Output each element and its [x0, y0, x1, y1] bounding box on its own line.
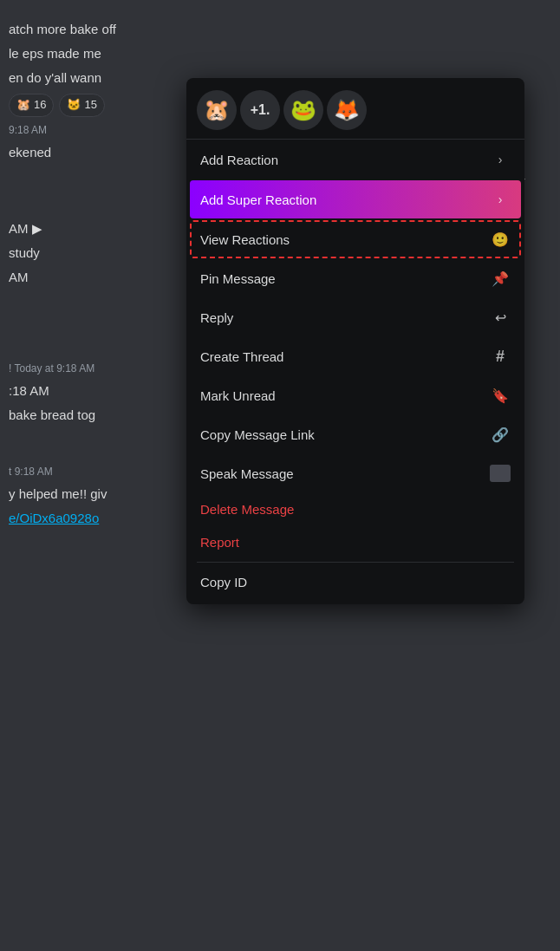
reply-item[interactable]: Reply ↩: [190, 298, 521, 336]
menu-divider: [197, 562, 514, 563]
speak-toggle[interactable]: [490, 465, 511, 482]
chevron-right-icon: ›: [490, 149, 511, 170]
reaction-count: 16: [34, 96, 46, 114]
chat-line: atch more bake off: [9, 17, 560, 42]
create-thread-label: Create Thread: [200, 349, 490, 364]
mark-unread-label: Mark Unread: [200, 388, 490, 403]
emoji-reaction-row: 🐹 +1. 🐸 🦊: [186, 83, 524, 140]
chat-line: le eps made me: [9, 42, 560, 66]
speak-toggle-icon[interactable]: [490, 463, 511, 484]
delete-message-label: Delete Message: [200, 502, 511, 517]
pin-icon: 📌: [490, 268, 511, 289]
add-super-reaction-label: Add Super Reaction: [200, 192, 490, 207]
reaction-emoji: 🐹: [16, 96, 30, 114]
copy-id-item[interactable]: Copy ID: [190, 566, 521, 598]
report-label: Report: [200, 535, 511, 550]
add-reaction-label: Add Reaction: [200, 153, 490, 167]
speak-message-label: Speak Message: [200, 466, 490, 481]
report-item[interactable]: Report: [190, 526, 521, 558]
pin-message-label: Pin Message: [200, 271, 490, 286]
reaction-badge[interactable]: 🐹 16: [9, 94, 54, 117]
reply-label: Reply: [200, 310, 490, 325]
reaction-badge[interactable]: 🐱 15: [59, 94, 104, 117]
bookmark-icon: 🔖: [490, 385, 511, 406]
smiley-icon: 🙂: [490, 229, 511, 250]
copy-message-link-label: Copy Message Link: [200, 427, 490, 442]
add-super-reaction-item[interactable]: Add Super Reaction ›: [190, 180, 521, 218]
emoji-hamster-button[interactable]: 🐹: [197, 90, 237, 130]
copy-id-label: Copy ID: [200, 575, 511, 589]
emoji-fox-button[interactable]: 🦊: [327, 90, 367, 130]
context-menu: 🐹 +1. 🐸 🦊 Add Reaction › Add Super React…: [186, 78, 524, 604]
copy-message-link-item[interactable]: Copy Message Link 🔗: [190, 415, 521, 453]
emoji-frog-button[interactable]: 🐸: [283, 90, 323, 130]
pin-message-item[interactable]: Pin Message 📌: [190, 259, 521, 297]
view-reactions-label: View Reactions: [200, 232, 490, 247]
reaction-count: 15: [84, 96, 96, 114]
create-thread-item[interactable]: Create Thread #: [190, 337, 521, 375]
emoji-plus1-button[interactable]: +1.: [240, 90, 280, 130]
reply-icon: ↩: [490, 307, 511, 328]
delete-message-item[interactable]: Delete Message: [190, 493, 521, 525]
link-icon: 🔗: [490, 424, 511, 445]
thread-icon: #: [490, 346, 511, 367]
view-reactions-item[interactable]: View Reactions 🙂: [190, 220, 521, 258]
reaction-emoji: 🐱: [67, 96, 81, 114]
speak-message-item[interactable]: Speak Message: [190, 454, 521, 492]
mark-unread-item[interactable]: Mark Unread 🔖: [190, 376, 521, 414]
chevron-right-icon: ›: [490, 189, 511, 210]
add-reaction-item[interactable]: Add Reaction ›: [190, 140, 521, 179]
